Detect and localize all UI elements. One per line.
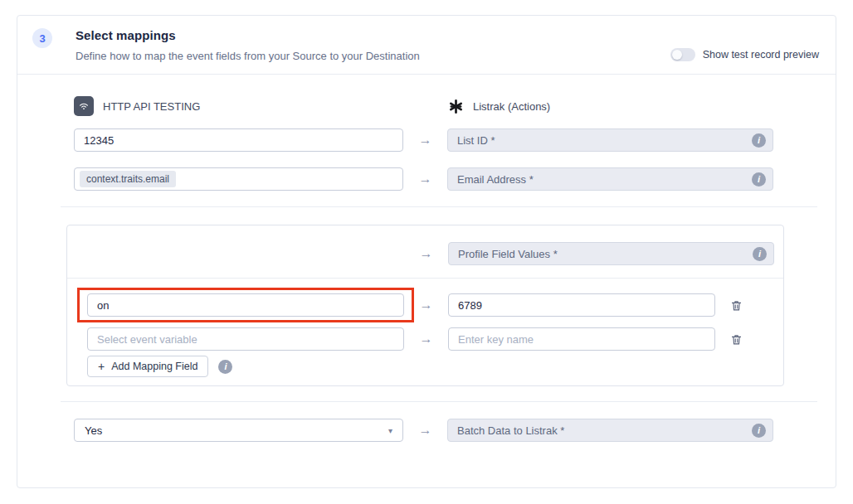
value-input-2[interactable]: [448, 327, 715, 351]
mapping-row-batch: Yes ▾ → Batch Data to Listrak * i: [74, 419, 773, 442]
email-destination-field: Email Address * i: [447, 167, 773, 191]
mapping-row-key-value-1: →: [67, 288, 783, 322]
profile-destination-field: Profile Field Values * i: [448, 242, 774, 265]
toggle-label: Show test record preview: [703, 49, 819, 61]
arrow-icon: →: [403, 133, 447, 148]
highlight-box: [77, 288, 414, 322]
mapping-row-list-id: → List ID * i: [74, 128, 773, 152]
delete-row-button[interactable]: [730, 298, 743, 313]
arrow-icon: →: [403, 172, 447, 187]
destination-field-label: Batch Data to Listrak *: [457, 424, 564, 437]
arrow-icon: →: [404, 246, 448, 261]
list-id-destination-field: List ID * i: [447, 128, 773, 152]
trash-icon: [730, 299, 743, 312]
show-test-record-toggle[interactable]: [670, 48, 695, 61]
destination-field-label: List ID *: [457, 134, 495, 147]
info-icon[interactable]: i: [752, 133, 766, 148]
batch-destination-field: Batch Data to Listrak * i: [447, 419, 773, 442]
destination-name: Listrak (Actions): [473, 100, 550, 113]
page-title: Select mappings: [76, 28, 819, 42]
http-api-source-icon: [74, 96, 94, 116]
section-divider: [61, 401, 817, 402]
info-icon[interactable]: i: [753, 247, 767, 261]
group-divider: [67, 278, 783, 279]
mapping-row-key-value-2: →: [67, 327, 783, 351]
email-source-input[interactable]: context.traits.email: [74, 167, 403, 191]
card-header: 3 Select mappings Define how to map the …: [17, 16, 836, 75]
plus-icon: +: [98, 360, 105, 373]
batch-source-select[interactable]: Yes ▾: [74, 419, 403, 442]
add-mapping-field-button[interactable]: + Add Mapping Field: [87, 356, 208, 377]
arrow-icon: →: [404, 332, 448, 346]
add-mapping-field-label: Add Mapping Field: [111, 361, 197, 372]
step-number-badge: 3: [32, 28, 52, 48]
list-id-source-input[interactable]: [74, 128, 403, 152]
arrow-icon: →: [403, 423, 447, 438]
source-name: HTTP API TESTING: [103, 100, 200, 113]
destination-field-label: Email Address *: [457, 173, 534, 186]
info-icon[interactable]: i: [752, 172, 766, 187]
profile-field-values-group: → Profile Field Values * i →: [66, 225, 784, 386]
destination-field-label: Profile Field Values *: [458, 248, 558, 260]
section-divider: [61, 206, 817, 207]
trash-icon: [730, 333, 743, 346]
event-variable-chip[interactable]: context.traits.email: [80, 171, 176, 187]
mapping-row-profile-field-values: → Profile Field Values * i: [67, 242, 783, 265]
caret-down-icon: ▾: [388, 426, 392, 435]
select-mappings-card: 3 Select mappings Define how to map the …: [17, 15, 836, 488]
key-input-1[interactable]: [87, 293, 404, 317]
key-input-2[interactable]: [87, 327, 404, 351]
source-header: HTTP API TESTING: [74, 96, 403, 116]
arrow-icon: →: [404, 298, 448, 313]
toggle-knob-icon: [672, 50, 682, 60]
selected-option: Yes: [85, 424, 102, 437]
delete-row-button[interactable]: [730, 332, 743, 346]
listrak-logo-icon: [447, 98, 464, 114]
mapping-row-email: context.traits.email → Email Address * i: [74, 167, 773, 191]
value-input-1[interactable]: [448, 293, 715, 317]
column-headers: HTTP API TESTING Listrak (Actions): [74, 96, 773, 116]
destination-header: Listrak (Actions): [447, 98, 773, 114]
info-icon[interactable]: i: [752, 424, 766, 438]
info-icon[interactable]: i: [218, 360, 232, 374]
